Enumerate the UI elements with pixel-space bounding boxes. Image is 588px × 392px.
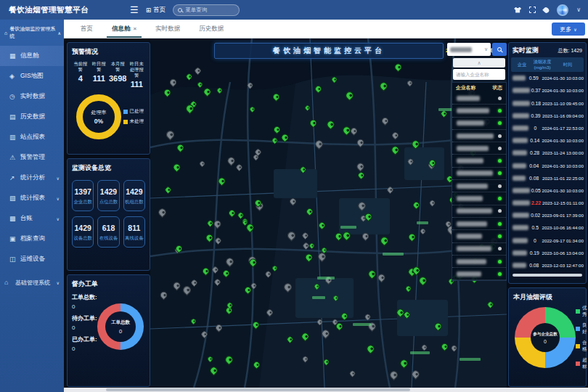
device-card-5: 811离线设备 (123, 216, 145, 248)
company-name-redacted (513, 150, 527, 155)
realtime-row[interactable]: 0.182023-11-10 09:45:00 (511, 97, 584, 110)
enterprise-select[interactable]: ∨ (447, 43, 491, 56)
realtime-row[interactable]: 0.082023-12-03 12:47:00 (511, 259, 584, 271)
tab-2[interactable]: 实时数据 (146, 20, 189, 38)
sidebar-item-5[interactable]: ⚠预警管理 (0, 147, 64, 168)
company-name-redacted (513, 113, 529, 118)
enterprise-row[interactable] (452, 205, 506, 218)
sidebar-item-6[interactable]: ↗统计分析∨ (0, 168, 64, 188)
legend-label: 超标 (582, 357, 587, 370)
enterprise-name-input[interactable] (453, 69, 505, 80)
enterprise-row[interactable] (452, 168, 506, 180)
realtime-scrollbar[interactable] (513, 274, 582, 277)
realtime-row[interactable]: 0.192023-10-06 13:04:00 (511, 247, 584, 259)
devices-panel-title: 监测设备总览 (72, 163, 145, 173)
scrollbar-thumb[interactable] (106, 388, 410, 391)
flame-icon[interactable] (542, 6, 550, 14)
workorder-stat-0: 工单总数:0 (72, 293, 97, 310)
sidebar-item-1[interactable]: ◈GIS地图 (0, 66, 64, 86)
realtime-row[interactable]: 0.52023-10-06 16:44:00 (511, 221, 584, 234)
realtime-row[interactable]: 0.392023-11-16 09:04:00 (511, 110, 584, 122)
menu-search-box[interactable] (173, 4, 240, 16)
realtime-row[interactable]: 0.022023-09-01 17:39:00 (511, 209, 584, 221)
company-name-redacted (513, 263, 526, 268)
enterprise-row[interactable] (452, 192, 506, 205)
realtime-row[interactable]: 0.592024-01-30 10:03:00 (511, 72, 584, 84)
enterprise-row[interactable] (452, 180, 506, 192)
enterprise-name-redacted (457, 196, 483, 201)
enterprise-row[interactable] (452, 230, 506, 242)
tab-1[interactable]: 信息舱× (102, 20, 146, 38)
chevron-down-icon: ∨ (57, 216, 60, 221)
realtime-row[interactable]: 0.372024-01-30 10:03:00 (511, 84, 584, 97)
avatar[interactable] (557, 4, 568, 16)
device-card-label: 设备总数 (73, 235, 92, 242)
enterprise-row[interactable] (452, 142, 506, 155)
company-name-redacted (513, 176, 526, 181)
realtime-row[interactable]: 0.142024-01-30 10:03:00 (511, 134, 584, 147)
enterprise-row[interactable] (452, 105, 506, 117)
realtime-title: 实时监测 (513, 46, 539, 55)
more-button[interactable]: 更多 ∨ (552, 23, 585, 36)
hamburger-menu-icon[interactable]: ☰ (130, 4, 139, 15)
realtime-row[interactable]: 2.222023-12-15 01:11:00 (511, 197, 584, 209)
close-icon[interactable]: × (134, 25, 137, 32)
enterprise-row[interactable] (452, 118, 506, 130)
enterprise-row[interactable] (452, 256, 506, 268)
realtime-row[interactable]: 0.082023-11-01 22:25:00 (511, 172, 584, 184)
sidebar-item-4[interactable]: ▥站点报表 (0, 127, 64, 147)
realtime-icon: ◷ (9, 93, 17, 100)
process-rate-value: 0% (94, 118, 103, 125)
sidebar-item-7[interactable]: ▧统计报表∨ (0, 188, 64, 208)
legend-item-2: 合格 (576, 340, 587, 353)
sidebar-item-10[interactable]: ◫运维设备 (0, 249, 64, 269)
enterprise-name-redacted (457, 96, 480, 101)
sidebar-item-8[interactable]: ▩台账∨ (0, 208, 64, 229)
realtime-row[interactable]: 02024-01-17 22:53:00 (511, 122, 584, 134)
rating-center-value: 0 (544, 339, 547, 344)
realtime-row[interactable]: 0.052024-01-30 10:03:00 (511, 184, 584, 197)
concentration-value: 0.08 (526, 263, 542, 268)
realtime-row[interactable]: 0.042024-01-30 10:03:00 (511, 159, 584, 171)
fullscreen-icon[interactable] (529, 7, 536, 13)
realtime-row[interactable]: 02022-09-17 01:34:00 (511, 234, 584, 247)
tab-0[interactable]: 首页 (71, 20, 102, 38)
enterprise-row[interactable] (452, 243, 506, 256)
tab-label: 首页 (81, 25, 93, 33)
legend-label: 合格 (582, 340, 587, 353)
user-chevron-down-icon[interactable]: ∨ (576, 7, 581, 13)
sidebar-item-3[interactable]: ▤历史数据 (0, 107, 64, 127)
chevron-down-icon: ∨ (573, 27, 576, 32)
company-name-redacted (513, 163, 526, 168)
sidebar-item-11[interactable]: ⌂基础管理系统∨ (0, 272, 64, 293)
enterprise-row[interactable] (452, 92, 506, 105)
horizontal-scrollbar[interactable] (64, 388, 588, 392)
process-rate-donut: 处理率 0% (76, 94, 121, 139)
sidebar-item-0[interactable]: ▦信息舱 (0, 46, 64, 66)
enterprise-row[interactable] (452, 218, 506, 230)
map-place-label-redacted (410, 351, 430, 354)
home-breadcrumb[interactable]: ⊞ 首页 (146, 6, 166, 15)
enterprise-row[interactable] (452, 155, 506, 167)
enterprise-search-button[interactable] (492, 43, 507, 56)
sidebar-item-2[interactable]: ◷实时数据 (0, 86, 64, 107)
col-time: 时间 (553, 62, 582, 68)
device-card-3: 1429设备总数 (72, 216, 94, 248)
collapse-strip[interactable]: ∧ (453, 58, 505, 68)
theme-icon[interactable] (514, 7, 521, 13)
sidebar-section-header[interactable]: ⌂ 餐饮油烟监控管理系统 ∧ (0, 20, 64, 46)
concentration-value: 0.59 (526, 75, 542, 81)
reading-time: 2024-01-30 10:03:00 (542, 75, 584, 81)
sidebar-item-9[interactable]: ▣档案查询 (0, 229, 64, 249)
workorder-stat-value: 0 (72, 303, 97, 310)
status-dot-green (498, 234, 502, 238)
enterprise-name-redacted (457, 134, 494, 139)
enterprise-row[interactable] (452, 130, 506, 142)
company-name-redacted (513, 101, 530, 106)
enterprise-name-redacted (457, 184, 488, 189)
menu-search-input[interactable] (185, 7, 232, 13)
enterprise-row[interactable] (452, 268, 506, 280)
tab-3[interactable]: 历史数据 (189, 20, 233, 38)
concentration-value: 0.28 (527, 150, 542, 155)
realtime-row[interactable]: 0.282023-11-24 13:00:00 (511, 147, 584, 159)
